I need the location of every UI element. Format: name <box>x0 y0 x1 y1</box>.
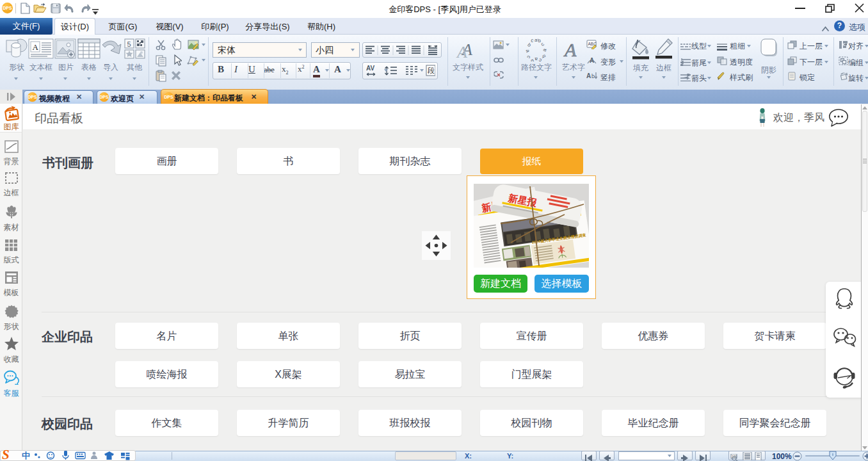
svg-text:a: a <box>542 47 548 52</box>
svg-text:A: A <box>590 57 594 64</box>
svg-text:A: A <box>33 42 39 52</box>
svg-text:A: A <box>456 43 467 60</box>
svg-text:b: b <box>526 42 533 48</box>
svg-text:a: a <box>525 49 531 53</box>
svg-text:c: c <box>540 41 545 47</box>
svg-text:段: 段 <box>428 67 435 74</box>
svg-text:A: A <box>563 39 577 60</box>
svg-text:AV: AV <box>366 65 374 72</box>
svg-text:A: A <box>586 72 591 79</box>
svg-text:a: a <box>534 56 538 61</box>
svg-text:S: S <box>2 449 10 461</box>
svg-text:中: 中 <box>22 451 30 460</box>
svg-text:5: 5 <box>127 40 131 48</box>
svg-text:b: b <box>591 73 595 79</box>
